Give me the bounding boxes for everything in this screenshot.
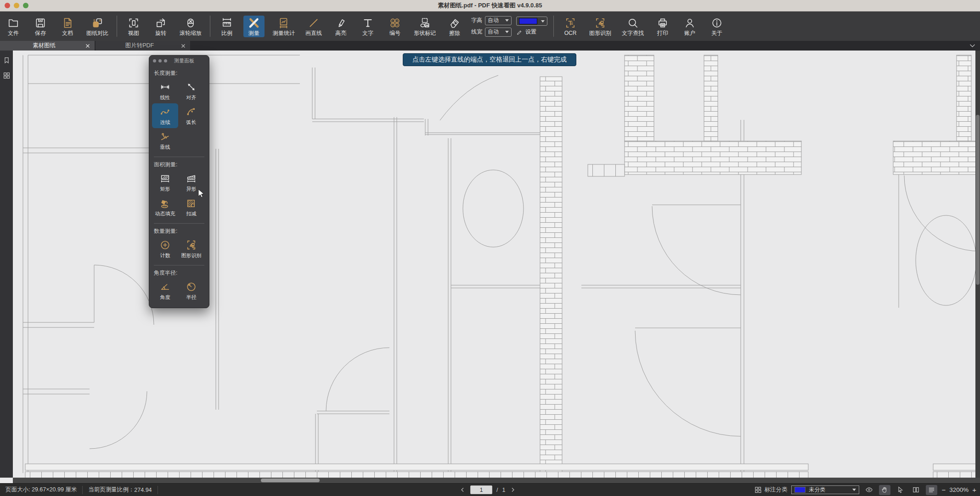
toolbar-button-erase[interactable]: 擦除: [444, 16, 465, 37]
tab-label: 图片转PDF: [99, 42, 180, 50]
panel-tool-arc-length[interactable]: 弧长: [178, 103, 204, 128]
measure-stats-icon: [278, 17, 290, 29]
rotate-icon: [155, 17, 167, 29]
horizontal-scrollbar[interactable]: [13, 478, 980, 483]
toolbar-label: 文件: [8, 30, 19, 36]
toolbar-label: 打印: [657, 30, 668, 36]
toolbar-button-number[interactable]: 1234编号: [384, 16, 406, 37]
toolbar-button-rotate[interactable]: 旋转: [150, 16, 171, 37]
close-tab-icon[interactable]: [84, 43, 91, 49]
chevron-down-icon[interactable]: [969, 42, 976, 50]
columns-view-icon: [912, 486, 920, 494]
rows-view-icon: [928, 486, 935, 494]
panel-tool-shape-recognize[interactable]: 图形识别: [178, 237, 204, 261]
toolbar-label: 测量统计: [273, 30, 295, 36]
horizontal-scrollbar-thumb[interactable]: [261, 479, 320, 482]
panel-tool-angle[interactable]: 角度: [152, 278, 178, 303]
zoom-in-button[interactable]: +: [972, 486, 976, 494]
pan-tool-button[interactable]: [879, 485, 890, 495]
color-picker-dropdown[interactable]: [516, 17, 547, 26]
arc-length-icon: [186, 106, 197, 118]
panel-tool-continuous[interactable]: 连续: [152, 103, 178, 128]
panel-tool-radius[interactable]: 半径: [178, 278, 204, 303]
panel-tool-label: 计数: [160, 252, 170, 259]
tab-material-drawing[interactable]: 素材图纸: [0, 41, 95, 51]
page-total: 1: [502, 487, 505, 493]
split-view-button[interactable]: [910, 485, 922, 495]
panel-tool-rect-area[interactable]: 矩形: [152, 170, 178, 195]
folder-icon: [7, 17, 19, 29]
toolbar-button-ocr[interactable]: OCR: [560, 16, 581, 37]
page-number-input[interactable]: [470, 485, 492, 494]
bookmark-icon[interactable]: [2, 56, 11, 65]
count-icon: [159, 239, 171, 251]
toolbar-button-measure[interactable]: 测量: [243, 16, 265, 37]
annotation-category-group[interactable]: 标注分类: [754, 486, 787, 494]
previous-page-icon[interactable]: [459, 486, 466, 493]
measure-panel-body: 长度测量:线性对齐连续弧长垂线面积测量:矩形异形动态填充扣减数量测量:计数图形识…: [149, 66, 209, 308]
toolbar-button-text-search[interactable]: 文字查找: [620, 16, 646, 37]
toolbar-button-view[interactable]: 视图: [123, 16, 144, 37]
panel-section-heading: 长度测量:: [149, 67, 209, 79]
toolbar-button-shape-mark[interactable]: 形状标记: [411, 16, 438, 37]
thumbnails-grid-icon[interactable]: [2, 71, 11, 80]
panel-tool-label: 对齐: [186, 94, 197, 101]
toolbar-button-draw-line[interactable]: 画直线: [303, 16, 324, 37]
next-page-icon[interactable]: [509, 486, 516, 493]
search-icon: [627, 17, 639, 29]
toolbar-button-shape-recognize[interactable]: 图形识别: [587, 16, 614, 37]
panel-tool-label: 图形识别: [181, 252, 202, 259]
list-view-button[interactable]: [926, 485, 937, 495]
toolbar-label: 账户: [684, 30, 695, 36]
panel-tool-dynamic-fill[interactable]: 动态填充: [152, 195, 178, 220]
zoom-out-button[interactable]: −: [941, 486, 946, 494]
measure-panel-titlebar[interactable]: 测量面板: [149, 56, 209, 66]
panel-tool-aligned[interactable]: 对齐: [178, 79, 204, 103]
caret-down-icon: [505, 19, 509, 22]
toolbar-label: OCR: [564, 30, 577, 36]
close-tab-icon[interactable]: [180, 43, 186, 49]
statusbar-right-group: 标注分类 未分类: [754, 484, 976, 496]
panel-tool-perpendicular[interactable]: 垂线: [152, 128, 178, 153]
toolbar-label: 文字: [362, 30, 373, 36]
measure-icon: [248, 17, 260, 29]
select-tool-button[interactable]: [895, 485, 906, 495]
toolbar-button-account[interactable]: 账户: [679, 16, 700, 37]
toolbar-button-text[interactable]: 文字: [357, 16, 378, 37]
panel-divider: [154, 265, 204, 265]
panel-close-button[interactable]: [153, 59, 156, 62]
toolbar-label: 测量: [248, 30, 259, 36]
vertical-scrollbar[interactable]: [975, 51, 980, 478]
shape-recognize-icon: [186, 239, 197, 251]
toolbar-button-scale[interactable]: 比例: [216, 16, 237, 37]
toolbar-button-print[interactable]: 打印: [652, 16, 673, 37]
page-size-value: 29.67×20.99 厘米: [32, 486, 77, 494]
titlebar: 素材图纸.pdf - PDF 快速看图 v4.9.0.85: [0, 0, 980, 11]
panel-zoom-button[interactable]: [164, 59, 167, 62]
toolbar-button-highlight[interactable]: 高亮: [330, 16, 351, 37]
vertical-scrollbar-thumb[interactable]: [976, 115, 980, 285]
settings-button[interactable]: 设置: [516, 28, 547, 36]
highlight-icon: [335, 17, 347, 29]
toolbar-button-measure-stats[interactable]: 测量统计: [270, 16, 297, 37]
line-width-select[interactable]: 自动: [485, 28, 512, 37]
panel-minimize-button[interactable]: [158, 59, 162, 62]
toolbar-label: 图纸对比: [86, 30, 108, 36]
panel-tool-deduct[interactable]: 扣减: [178, 195, 204, 220]
toolbar-button-drawing-compare[interactable]: AB图纸对比: [84, 16, 111, 37]
tab-image-to-pdf[interactable]: 图片转PDF: [96, 41, 190, 51]
category-dropdown[interactable]: 未分类: [791, 485, 859, 494]
toolbar-button-document[interactable]: 文档: [57, 16, 78, 37]
svg-text:3: 3: [392, 23, 394, 26]
font-height-select[interactable]: 自动: [485, 16, 512, 25]
page-navigation: / 1: [459, 484, 516, 496]
panel-tool-count[interactable]: 计数: [152, 237, 178, 261]
toolbar-button-wheel-zoom[interactable]: 滚轮缩放: [177, 16, 204, 37]
toolbar-button-save[interactable]: 保存: [30, 16, 51, 37]
caret-down-icon: [852, 489, 856, 491]
panel-tool-linear[interactable]: 线性: [152, 79, 178, 103]
toolbar-button-about[interactable]: 关于: [706, 16, 727, 37]
toolbar-button-file[interactable]: 文件: [3, 16, 24, 37]
svg-text:A: A: [99, 18, 101, 22]
visibility-button[interactable]: [863, 485, 875, 495]
